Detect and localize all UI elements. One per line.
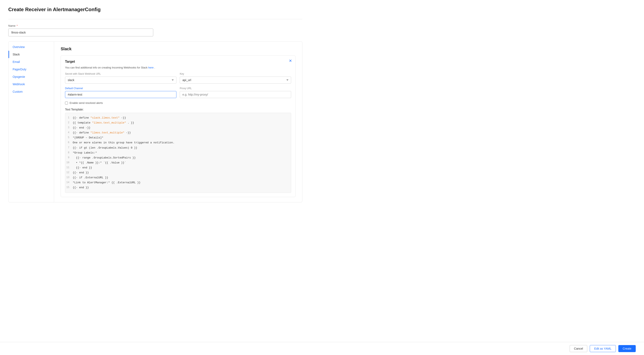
code-line: 10 • *{{ .Name }}:* `{{ .Value }}` [65, 160, 291, 165]
channel-group: Default Channel [65, 87, 176, 98]
code-line: 4{{- define "llmos.text_multiple" -}} [65, 130, 291, 135]
secret-label: Secret with Slack Webhook URL [65, 72, 176, 75]
code-line: 12{{- end }} [65, 170, 291, 175]
proxy-input[interactable] [180, 91, 291, 98]
code-editor[interactable]: 1{{- define "slack.llmos.text" -}}2{{ te… [65, 113, 291, 193]
title-divider [8, 19, 302, 19]
proxy-group: Proxy URL [180, 87, 291, 98]
sidebar-item-email[interactable]: Email [8, 58, 54, 66]
sidebar-item-slack[interactable]: Slack [8, 51, 54, 58]
code-line: 9 {{- range .GroupLabels.SortedPairs }} [65, 155, 291, 160]
name-input[interactable] [8, 28, 153, 36]
code-line: 1{{- define "slack.llmos.text" -}} [65, 115, 291, 120]
target-info-text: You can find additional info on creating… [65, 66, 291, 69]
sidebar-item-opsgenie[interactable]: Opsgenie [8, 73, 54, 80]
proxy-label: Proxy URL [180, 87, 291, 90]
sidebar: OverviewSlackEmailPagerDutyOpsgenieWebho… [8, 41, 54, 202]
sidebar-item-overview[interactable]: Overview [8, 43, 54, 51]
channel-label: Default Channel [65, 87, 176, 90]
enable-resolved-label[interactable]: Enable send resolved alerts [70, 101, 103, 104]
secret-select[interactable]: slack [65, 76, 176, 84]
sidebar-item-pagerduty[interactable]: PagerDuty [8, 66, 54, 73]
channel-input[interactable] [65, 91, 176, 98]
content-area: Slack Target ✕ You can find additional i… [54, 41, 302, 202]
channel-proxy-row: Default Channel Proxy URL [65, 87, 291, 98]
key-group: Key api_url [180, 72, 291, 84]
code-line: 2{{ template "llmos.text_multiple" . }} [65, 120, 291, 125]
key-select[interactable]: api_url [180, 76, 291, 84]
main-layout: OverviewSlackEmailPagerDutyOpsgenieWebho… [8, 41, 302, 202]
secret-group: Secret with Slack Webhook URL slack [65, 72, 176, 84]
close-target-button[interactable]: ✕ [289, 59, 292, 63]
enable-resolved-row: Enable send resolved alerts [65, 101, 291, 104]
code-line: 11 {{- end }} [65, 165, 291, 170]
code-line: 7{{- if gt (len .GroupLabels.Values) 0 }… [65, 145, 291, 150]
secret-key-row: Secret with Slack Webhook URL slack Key … [65, 72, 291, 84]
name-label: Name * [8, 24, 302, 27]
code-line: 14*Link to AlertManager:* {{ .ExternalUR… [65, 180, 291, 185]
sidebar-item-custom[interactable]: Custom [8, 88, 54, 95]
name-field-container: Name * [8, 24, 302, 36]
code-line: 5*[GROUP – Details]* [65, 135, 291, 140]
target-info-link[interactable]: here [148, 66, 154, 69]
required-indicator: * [16, 24, 18, 27]
target-card-title: Target [65, 60, 291, 63]
code-line: 8*Group Labels:* [65, 150, 291, 155]
template-label: Text Template: [65, 108, 291, 111]
code-line: 6One or more alarms in this group have t… [65, 140, 291, 145]
sidebar-item-webhook[interactable]: Webhook [8, 80, 54, 88]
code-line: 3{{- end -}} [65, 125, 291, 130]
code-line: 15{{- end }} [65, 185, 291, 190]
page-title: Create Receiver in AlertmanagerConfig [8, 6, 302, 12]
target-card: Target ✕ You can find additional info on… [61, 55, 296, 197]
enable-resolved-checkbox[interactable] [65, 102, 68, 104]
key-label: Key [180, 72, 291, 75]
code-line: 13{{- if .ExternalURL }} [65, 175, 291, 180]
section-title: Slack [61, 46, 296, 51]
